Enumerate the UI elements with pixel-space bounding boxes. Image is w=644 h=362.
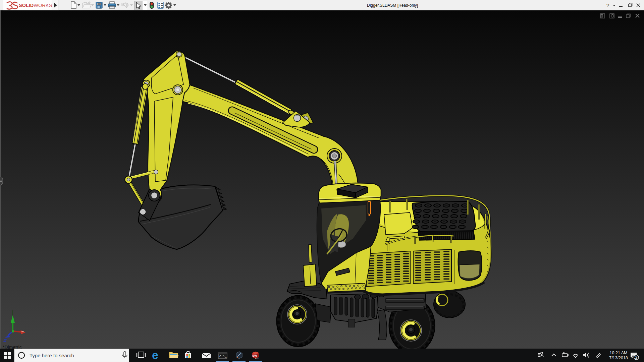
svg-text:7/13/2018: 7/13/2018 [609, 356, 628, 360]
svg-text:10:21 AM: 10:21 AM [610, 351, 628, 355]
svg-text:SW: SW [252, 354, 257, 357]
svg-text:2017: 2017 [255, 357, 260, 359]
svg-text:2: 2 [635, 355, 637, 359]
svg-text:C:\_: C:\_ [219, 355, 227, 358]
svg-text:SOLIDWORKS: SOLIDWORKS [19, 3, 52, 8]
svg-text:?: ? [606, 2, 609, 8]
svg-text:e: e [152, 349, 158, 361]
